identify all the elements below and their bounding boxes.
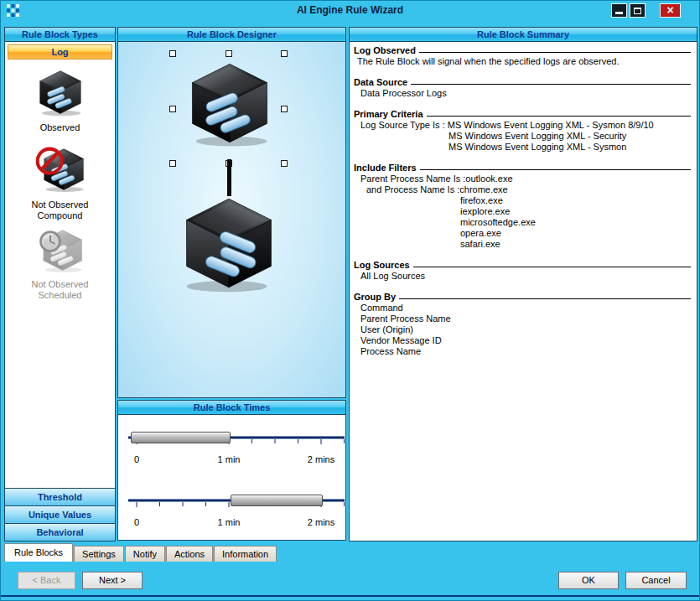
summary-line: User (Origin) <box>354 324 692 335</box>
summary-line: opera.exe <box>354 228 692 239</box>
selection-handle[interactable] <box>169 160 176 167</box>
tab-settings[interactable]: Settings <box>74 546 124 562</box>
rule-block-summary-header: Rule Block Summary <box>350 28 697 42</box>
summary-line: Log Source Type Is : MS Windows Event Lo… <box>354 120 692 131</box>
maximize-icon <box>634 8 641 14</box>
rule-block-designer-header: Rule Block Designer <box>118 28 345 42</box>
back-button[interactable]: < Back <box>18 572 75 589</box>
section-title: Log Sources <box>354 260 410 271</box>
tab-notify[interactable]: Notify <box>125 546 165 562</box>
summary-section-data-source: Data Source Data Processor Logs <box>354 77 692 99</box>
type-item-observed[interactable]: Observed <box>5 68 115 132</box>
selection-handle[interactable] <box>281 50 288 57</box>
summary-line: Parent Process Name Is :outlook.exe <box>354 174 692 184</box>
section-rule-line <box>399 298 691 299</box>
summary-body: Log Observed The Rule Block will signal … <box>350 42 697 541</box>
time-slider-1: 0 1 min 2 mins <box>118 429 345 479</box>
ok-button[interactable]: OK <box>558 572 619 589</box>
slider-tick-label: 0 <box>130 517 143 527</box>
selection-handle[interactable] <box>281 160 288 167</box>
section-title: Primary Criteria <box>354 109 423 120</box>
type-item-not-observed-scheduled[interactable]: Not Observed Scheduled <box>5 227 115 300</box>
section-rule-line <box>419 52 691 53</box>
window-title: AI Engine Rule Wizard <box>1 4 699 16</box>
section-rule-line <box>413 267 691 267</box>
category-buttons: Threshold Unique Values Behavioral <box>5 488 115 541</box>
rule-block-times-panel: Rule Block Times 0 1 min 2 mins <box>117 400 346 541</box>
selection-handle[interactable] <box>281 106 288 112</box>
rule-block-times-header: Rule Block Times <box>118 401 345 415</box>
ai-engine-rule-wizard-window: AI Engine Rule Wizard × Rule Block Types… <box>0 0 700 601</box>
summary-line: Vendor Message ID <box>354 335 692 346</box>
observed-cube-icon <box>36 68 85 117</box>
close-button[interactable]: × <box>660 3 681 18</box>
type-item-label: Not Observed <box>32 199 89 210</box>
not-observed-compound-icon <box>34 145 87 194</box>
time-slider-2: 0 1 min 2 mins <box>118 492 345 542</box>
summary-section-primary-criteria: Primary Criteria Log Source Type Is : MS… <box>354 109 692 153</box>
minimize-icon <box>615 12 623 14</box>
next-button[interactable]: Next > <box>82 572 143 589</box>
type-item-label: Not Observed <box>32 279 89 289</box>
rule-block-designer-panel: Rule Block Designer <box>117 27 346 398</box>
rule-block-cube-2[interactable] <box>179 193 279 293</box>
summary-line: The Rule Block will signal when the spec… <box>354 56 692 67</box>
section-rule-line <box>427 116 691 117</box>
summary-line: Process Name <box>354 346 692 357</box>
section-title: Group By <box>354 292 396 303</box>
minimize-button[interactable] <box>611 3 627 18</box>
section-rule-line <box>411 84 691 85</box>
summary-section-log-sources: Log Sources All Log Sources <box>354 260 692 282</box>
summary-line: safari.exe <box>354 239 692 250</box>
summary-line: firefox.exe <box>354 195 692 206</box>
cancel-button[interactable]: Cancel <box>625 572 687 589</box>
summary-line: Data Processor Logs <box>354 88 692 99</box>
time-slider-2-thumb[interactable] <box>231 495 323 506</box>
type-item-label: Compound <box>38 210 83 220</box>
slider-tick-label: 0 <box>130 454 143 464</box>
summary-line: Parent Process Name <box>354 313 692 324</box>
summary-section-include-filters: Include Filters Parent Process Name Is :… <box>354 163 692 250</box>
maximize-button[interactable] <box>630 3 646 18</box>
section-rule-line <box>420 169 691 170</box>
category-behavioral-button[interactable]: Behavioral <box>5 523 115 541</box>
section-title: Data Source <box>354 77 407 88</box>
tab-information[interactable]: Information <box>214 546 277 562</box>
type-item-not-observed-compound[interactable]: Not Observed Compound <box>5 145 115 220</box>
summary-line: MS Windows Event Logging XML - Security <box>354 131 692 142</box>
tab-rule-blocks[interactable]: Rule Blocks <box>4 543 73 562</box>
time-slider-1-thumb[interactable] <box>131 432 231 443</box>
rule-block-summary-panel: Rule Block Summary Log Observed The Rule… <box>349 27 697 541</box>
selection-handle[interactable] <box>169 106 176 112</box>
summary-line: Command <box>354 303 692 313</box>
selection-handle[interactable] <box>169 50 176 57</box>
designer-canvas[interactable] <box>118 42 345 397</box>
category-log-button[interactable]: Log <box>8 44 112 60</box>
section-title: Log Observed <box>354 45 416 56</box>
category-unique-values-button[interactable]: Unique Values <box>5 505 115 523</box>
summary-line: All Log Sources <box>354 271 692 282</box>
tab-actions[interactable]: Actions <box>166 546 213 562</box>
summary-section-log-observed: Log Observed The Rule Block will signal … <box>354 45 692 67</box>
not-observed-scheduled-icon <box>35 227 86 273</box>
slider-tick-label: 1 min <box>214 454 244 464</box>
summary-section-group-by: Group By Command Parent Process Name Use… <box>354 292 692 357</box>
rule-block-types-panel: Rule Block Types Log Observed Not Observ… <box>4 27 116 541</box>
summary-line: MS Windows Event Logging XML - Sysmon <box>354 142 692 153</box>
type-item-label: Observed <box>40 122 80 132</box>
window-bottom-edge <box>1 595 699 597</box>
slider-tick-label: 2 mins <box>301 454 341 464</box>
category-threshold-button[interactable]: Threshold <box>5 488 115 505</box>
summary-line: and Process Name Is :chrome.exe <box>354 184 692 195</box>
summary-line: microsoftedge.exe <box>354 217 692 228</box>
selection-handle[interactable] <box>226 50 232 57</box>
rule-block-cube-1[interactable] <box>185 59 274 148</box>
summary-line: iexplore.exe <box>354 206 692 217</box>
slider-tick-label: 2 mins <box>301 517 341 527</box>
close-icon: × <box>666 3 673 17</box>
times-area: 0 1 min 2 mins 0 1 min <box>118 415 345 540</box>
slider-tick-label: 1 min <box>214 517 244 527</box>
rule-block-types-header: Rule Block Types <box>5 28 115 42</box>
block-connector-line <box>227 159 231 196</box>
type-item-label: Scheduled <box>39 290 82 300</box>
